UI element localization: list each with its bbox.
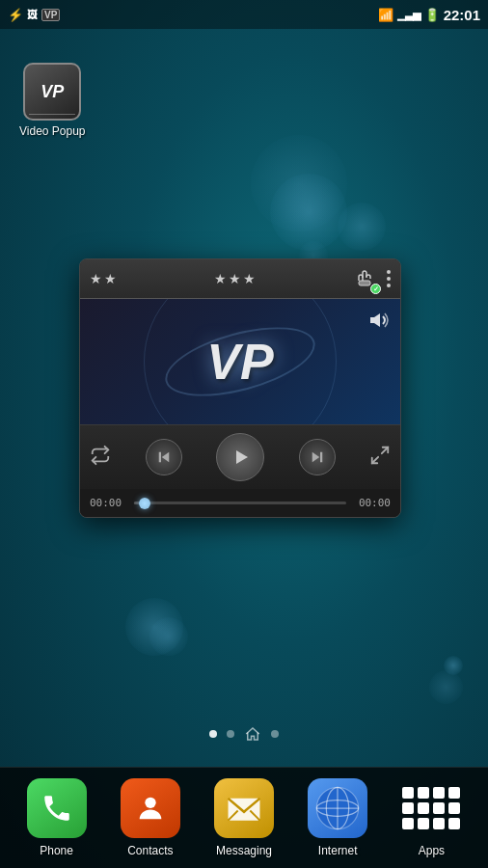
globe-svg — [313, 784, 362, 832]
messaging-label: Messaging — [216, 844, 272, 857]
video-popup-icon-image: VP — [23, 63, 81, 121]
video-popup-desktop-icon[interactable]: VP Video Popup — [19, 63, 86, 138]
widget-controls — [80, 424, 400, 489]
time-end: 00:00 — [354, 497, 391, 509]
progress-thumb — [139, 498, 150, 509]
phone-icon — [27, 778, 87, 838]
contacts-icon — [121, 778, 180, 838]
dock-item-messaging[interactable]: Messaging — [197, 778, 290, 857]
usb-icon: ⚡ — [8, 8, 23, 22]
rate-button[interactable]: ✓ — [352, 265, 379, 292]
stars-center: ★★★ — [214, 271, 258, 286]
svg-rect-6 — [320, 452, 322, 463]
apps-grid — [402, 787, 460, 829]
time-start: 00:00 — [90, 497, 126, 509]
widget-topbar: ★★ ★★★ ✓ — [80, 259, 400, 299]
messaging-svg — [226, 792, 262, 825]
signal-icon: ▁▃▅ — [397, 9, 420, 21]
video-area: VP — [80, 299, 400, 424]
svg-rect-0 — [359, 281, 370, 285]
fullscreen-icon — [369, 445, 391, 466]
svg-marker-1 — [370, 313, 380, 327]
next-icon — [309, 448, 326, 466]
dock-item-phone[interactable]: Phone — [10, 778, 103, 857]
widget-progress: 00:00 00:00 — [80, 489, 400, 517]
battery-icon: 🔋 — [424, 8, 440, 22]
internet-label: Internet — [318, 844, 358, 857]
prev-icon — [155, 448, 173, 466]
prev-button[interactable] — [146, 439, 182, 475]
svg-marker-2 — [161, 452, 169, 463]
page-indicators — [0, 725, 488, 743]
video-widget: ★★ ★★★ ✓ — [79, 258, 401, 518]
contacts-svg — [134, 792, 167, 825]
play-button[interactable] — [216, 433, 264, 481]
widget-menu-button[interactable] — [387, 270, 391, 287]
status-left-icons: ⚡ 🖼 VP — [8, 8, 60, 22]
svg-point-9 — [145, 798, 155, 808]
phone-svg — [41, 792, 73, 825]
fullscreen-button[interactable] — [369, 445, 391, 470]
home-icon — [244, 725, 261, 743]
home-indicator[interactable] — [244, 725, 261, 743]
vp-icon: VP — [41, 9, 60, 21]
widget-topbar-right: ✓ — [352, 265, 391, 292]
repeat-icon — [90, 445, 111, 466]
status-time: 22:01 — [444, 7, 480, 23]
svg-rect-3 — [158, 452, 160, 463]
phone-label: Phone — [40, 844, 73, 857]
dock-item-internet[interactable]: Internet — [291, 778, 385, 857]
svg-marker-4 — [236, 450, 248, 464]
wifi-icon: 📶 — [378, 8, 393, 22]
dock-item-apps[interactable]: Apps — [385, 778, 478, 857]
page-dot-2[interactable] — [227, 730, 234, 738]
contacts-label: Contacts — [127, 844, 173, 857]
internet-icon — [308, 778, 367, 838]
status-right-icons: 📶 ▁▃▅ 🔋 22:01 — [378, 7, 480, 23]
repeat-button[interactable] — [90, 445, 111, 470]
video-logo: VP — [206, 333, 273, 391]
svg-line-7 — [382, 448, 388, 453]
svg-line-8 — [372, 457, 378, 463]
page-dot-4[interactable] — [271, 730, 279, 738]
svg-marker-5 — [312, 452, 319, 463]
messaging-icon — [214, 778, 274, 838]
image-icon: 🖼 — [27, 9, 38, 20]
next-button[interactable] — [299, 439, 336, 475]
play-icon — [229, 446, 252, 469]
volume-button[interactable] — [367, 309, 391, 338]
dock-item-contacts[interactable]: Contacts — [103, 778, 197, 857]
logo-text: VP — [206, 334, 273, 390]
dock: Phone Contacts Messaging — [0, 767, 488, 868]
volume-icon — [367, 309, 391, 332]
apps-label: Apps — [419, 844, 445, 857]
progress-track[interactable] — [134, 502, 346, 504]
apps-icon — [401, 778, 461, 838]
stars-left: ★★ — [90, 271, 119, 286]
check-badge: ✓ — [370, 284, 381, 294]
status-bar: ⚡ 🖼 VP 📶 ▁▃▅ 🔋 22:01 — [0, 0, 488, 29]
page-dot-1[interactable] — [209, 730, 217, 738]
video-popup-label: Video Popup — [19, 124, 86, 138]
